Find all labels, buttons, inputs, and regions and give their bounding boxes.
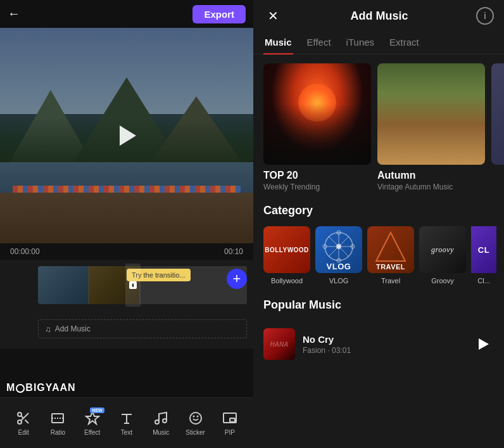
music-icon (153, 410, 169, 426)
music-item-no-cry[interactable]: HANA No Cry Fasion · 03:01 (253, 321, 504, 368)
top20-subtitle: Weekly Trending (263, 182, 371, 191)
featured-card-partial[interactable] (491, 63, 504, 191)
watermark: MBIGYAAN (6, 382, 76, 394)
pip-label: PIP (225, 429, 235, 436)
category-row: BOLLYWOOD Bollywood (253, 224, 504, 295)
vlog-label: VLOG (329, 277, 349, 285)
svg-point-0 (18, 413, 22, 416)
tabs-row: Music Effect iTunes Extract (253, 32, 504, 54)
play-icon-small (479, 338, 489, 350)
featured-card-autumn[interactable]: Autumn Vintage Autumn Music (377, 63, 485, 191)
svg-point-1 (18, 420, 22, 424)
toolbar-item-music[interactable]: Music (144, 410, 178, 436)
close-button[interactable]: ✕ (263, 6, 282, 25)
category-section-header: Category (253, 200, 504, 224)
pip-icon (222, 410, 238, 426)
svg-point-11 (155, 420, 159, 424)
featured-row: TOP 20 Weekly Trending Autumn Vintage Au… (253, 54, 504, 200)
ferris-wheel-icon: VLOG (315, 226, 362, 273)
bollywood-img: BOLLYWOOD (263, 226, 310, 273)
content-scroll[interactable]: TOP 20 Weekly Trending Autumn Vintage Au… (253, 54, 504, 448)
thumb-bg-no-cry: HANA (263, 328, 295, 360)
svg-marker-7 (86, 412, 99, 424)
concert-crowd (263, 104, 371, 165)
play-triangle-icon (120, 125, 136, 146)
category-title: Category (263, 204, 494, 217)
sticker-label: Sticker (186, 429, 205, 436)
svg-point-13 (190, 413, 201, 424)
bottom-toolbar: Edit Ratio NEW Effect (0, 397, 253, 448)
left-header: ← Export (0, 0, 253, 28)
featured-card-top20[interactable]: TOP 20 Weekly Trending (263, 63, 371, 191)
music-label: Music (153, 429, 169, 436)
svg-text:VLOG: VLOG (327, 262, 351, 271)
category-groovy[interactable]: groovy Groovy (419, 226, 466, 285)
timeline-track[interactable]: 🔇 Turn Off Try the transitio... ▮ + ♫ Ad… (0, 260, 253, 349)
svg-point-12 (163, 419, 167, 423)
category-cl[interactable]: CL Cl... (471, 226, 496, 285)
category-bollywood[interactable]: BOLLYWOOD Bollywood (263, 226, 310, 285)
cl-img: CL (471, 226, 496, 273)
music-play-button-no-cry[interactable] (471, 333, 494, 355)
play-button[interactable] (113, 122, 141, 150)
add-music-label: Add Music (55, 324, 91, 333)
marker-inner: ▮ (129, 281, 137, 289)
music-artist: Fasion (303, 346, 325, 355)
category-vlog[interactable]: VLOG VLOG (315, 226, 362, 285)
time-start: 00:00:00 (10, 247, 40, 256)
watermark-o (16, 384, 25, 393)
bollywood-label: Bollywood (271, 277, 303, 285)
featured-img-top20 (263, 63, 371, 165)
popular-section-header: Popular Music (253, 295, 504, 318)
groovy-img: groovy (419, 226, 466, 273)
effect-icon: NEW (84, 410, 101, 426)
info-button[interactable]: i (476, 7, 494, 25)
popular-section: HANA No Cry Fasion · 03:01 (253, 318, 504, 370)
tab-itunes[interactable]: iTunes (345, 32, 375, 54)
toolbar-item-text[interactable]: Text (110, 410, 144, 436)
popular-title: Popular Music (263, 298, 494, 312)
add-music-button[interactable]: ♫ Add Music (38, 319, 247, 338)
category-travel[interactable]: TRAVEL Travel (367, 226, 414, 285)
toolbar-item-effect[interactable]: NEW Effect (75, 410, 110, 436)
bollywood-text: BOLLYWOOD (265, 246, 309, 253)
toolbar-item-ratio[interactable]: Ratio (41, 410, 75, 436)
effect-label: Effect (84, 429, 100, 436)
tab-extract[interactable]: Extract (388, 32, 420, 54)
mountain-bg (377, 63, 485, 165)
thumb-text: HANA (270, 341, 289, 348)
panel-title: Add Music (350, 10, 408, 23)
tab-music[interactable]: Music (263, 32, 293, 54)
toolbar-item-sticker[interactable]: Sticker (178, 410, 212, 436)
toolbar-item-edit[interactable]: Edit (6, 410, 41, 436)
music-info-no-cry: No Cry Fasion · 03:01 (303, 334, 463, 355)
svg-marker-29 (376, 233, 405, 261)
back-button[interactable]: ← (8, 6, 20, 21)
featured-img-autumn (377, 63, 485, 165)
music-thumb-no-cry: HANA (263, 328, 295, 360)
autumn-title: Autumn (377, 170, 485, 181)
scissors-icon (15, 410, 32, 426)
rocks-layer (0, 193, 253, 243)
vlog-img: VLOG (315, 226, 362, 273)
music-note-icon: ♫ (45, 324, 51, 334)
new-badge: NEW (90, 407, 104, 413)
track-marker[interactable]: ▮ (125, 264, 141, 307)
add-clip-button[interactable]: + (227, 269, 247, 289)
tab-effect[interactable]: Effect (306, 32, 332, 54)
toolbar-item-pip[interactable]: PIP (213, 410, 247, 436)
svg-text:TRAVEL: TRAVEL (376, 263, 405, 271)
travel-icon: TRAVEL (367, 226, 414, 273)
music-meta-no-cry: Fasion · 03:01 (303, 346, 463, 355)
music-duration: 03:01 (332, 346, 351, 355)
top20-title: TOP 20 (263, 170, 371, 181)
cl-text: CL (478, 245, 489, 255)
export-button[interactable]: Export (192, 5, 246, 23)
ratio-label: Ratio (51, 429, 65, 436)
track-thumb-1 (38, 266, 89, 304)
text-icon (118, 410, 135, 426)
svg-rect-17 (230, 418, 235, 422)
sticker-icon (187, 410, 204, 426)
travel-img: TRAVEL (367, 226, 414, 273)
travel-label: Travel (381, 277, 400, 285)
